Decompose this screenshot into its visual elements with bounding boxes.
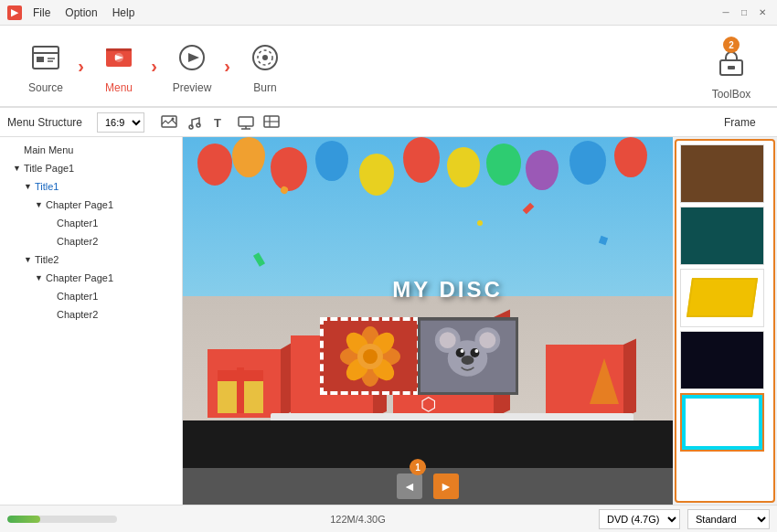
frame-grid: [676, 141, 773, 455]
source-icon-wrap: [26, 37, 66, 78]
title-bar: ▶ File Option Help ─ □ ✕: [0, 0, 777, 26]
sub-icon-group: T: [159, 112, 282, 133]
layout-icon[interactable]: [261, 112, 282, 133]
svg-point-12: [262, 55, 268, 60]
tree-node-text: Chapter1: [57, 291, 98, 302]
tree-node-title-page1[interactable]: ▼ Title Page1: [0, 159, 182, 177]
frame-yellow[interactable]: [680, 269, 764, 327]
tree-node-text: Chapter Page1: [46, 272, 113, 283]
gift-box: [218, 367, 263, 413]
menu-label: Menu: [105, 81, 133, 94]
toolbar-menu[interactable]: Menu ›: [82, 29, 155, 102]
settings-icon[interactable]: [236, 112, 256, 133]
left-panel: Main Menu ▼ Title Page1 ▼ Title1 ▼ Chapt…: [0, 137, 183, 505]
svg-point-42: [440, 332, 456, 348]
photo-frame-koala[interactable]: [418, 317, 518, 395]
main-content: Main Menu ▼ Title Page1 ▼ Title1 ▼ Chapt…: [0, 137, 777, 505]
tree-node-chapter-page1-a[interactable]: ▼ Chapter Page1: [0, 196, 182, 214]
menu-option[interactable]: Option: [65, 6, 97, 19]
svg-rect-2: [37, 57, 44, 62]
flower-photo: [324, 321, 417, 391]
image-icon[interactable]: [159, 112, 179, 133]
tree-node-text: Main Menu: [24, 144, 73, 155]
burn-icon-wrap: [245, 37, 285, 78]
nav-prev-button[interactable]: ◄: [397, 473, 422, 499]
tree-node-text: Title1: [35, 181, 59, 192]
svg-point-48: [475, 349, 479, 353]
koala-photo: [420, 320, 516, 392]
koala-svg: [420, 320, 516, 392]
right-panel: [675, 139, 775, 503]
title-bar-menu: File Option Help: [33, 6, 134, 19]
toolbox-badge: 2: [723, 37, 740, 53]
tree-node-title2[interactable]: ▼ Title2: [0, 250, 182, 269]
tree-node-main-menu[interactable]: Main Menu: [0, 141, 182, 159]
title-bar-controls: ─ □ ✕: [718, 5, 770, 20]
toggle-icon: ▼: [24, 182, 35, 191]
frame-brown[interactable]: [680, 144, 764, 203]
svg-point-38: [363, 349, 378, 364]
svg-point-17: [172, 117, 175, 120]
balloon-orange-1: [232, 137, 265, 177]
svg-point-18: [189, 125, 193, 129]
toolbar: Source › Menu › Preview ›: [0, 26, 777, 108]
gift-ribbon-v: [237, 367, 244, 413]
title-bar-left: ▶ File Option Help: [7, 5, 134, 20]
minimize-button[interactable]: ─: [718, 5, 733, 20]
tree-node-text: Chapter1: [57, 218, 98, 229]
frame-dark[interactable]: [680, 331, 764, 389]
frame-dark-preview: [681, 332, 763, 388]
music-icon[interactable]: [185, 112, 205, 133]
toolbar-source[interactable]: Source ›: [9, 29, 82, 102]
svg-rect-8: [106, 48, 132, 51]
toolbar-toolbox[interactable]: 2 ToolBox: [695, 29, 768, 102]
progress-bar-wrap: [7, 516, 117, 523]
balloon-red-4: [614, 137, 647, 177]
tree-node-text: Chapter2: [57, 236, 98, 247]
svg-text:T: T: [214, 116, 221, 130]
frame-yellow-inner: [687, 278, 758, 317]
frame-cyan[interactable]: [680, 393, 764, 452]
nav-next-button[interactable]: ►: [433, 473, 459, 499]
size-text: 122M/4.30G: [124, 514, 591, 525]
quality-select[interactable]: Standard High Quality Best Quality: [687, 509, 770, 529]
frame-label: Frame: [724, 116, 770, 129]
frame-yellow-preview: [681, 270, 763, 326]
toggle-icon: ▼: [24, 255, 35, 264]
maximize-button[interactable]: □: [737, 5, 751, 20]
tree-node-title1[interactable]: ▼ Title1: [0, 177, 182, 196]
toggle-icon: ▼: [35, 273, 46, 282]
aspect-ratio-select[interactable]: 16:9 4:3: [97, 112, 144, 133]
menu-file[interactable]: File: [33, 6, 50, 19]
toggle-icon: ▼: [35, 200, 46, 209]
tree-node-chapter2-a[interactable]: Chapter2: [0, 232, 182, 250]
status-bar: 122M/4.30G DVD (4.7G) DVD (8.5G) Blu-ray…: [0, 505, 777, 532]
disc-select[interactable]: DVD (4.7G) DVD (8.5G) Blu-ray 25G: [599, 509, 680, 529]
canvas-nav: 1 ◄ ►: [183, 468, 673, 505]
tree-node-chapter2-b[interactable]: Chapter2: [0, 305, 182, 324]
close-button[interactable]: ✕: [755, 5, 770, 20]
svg-point-46: [471, 348, 480, 357]
source-label: Source: [28, 81, 63, 94]
confetti-4: [477, 220, 483, 226]
frame-teal[interactable]: [680, 207, 764, 265]
svg-marker-10: [188, 53, 199, 62]
text-icon[interactable]: T: [210, 112, 230, 133]
photo-frame-flower[interactable]: [320, 317, 420, 395]
toolbar-preview[interactable]: Preview ›: [155, 29, 229, 102]
tree-node-chapter1-a[interactable]: Chapter1: [0, 214, 182, 232]
box-side: [623, 338, 636, 418]
tree-node-chapter-page1-b[interactable]: ▼ Chapter Page1: [0, 269, 182, 287]
svg-rect-21: [239, 117, 253, 126]
menu-help[interactable]: Help: [112, 6, 135, 19]
tree-node-text: Chapter2: [57, 309, 98, 320]
burn-label: Burn: [253, 81, 276, 94]
canvas-main[interactable]: MY DISC ⬡: [183, 137, 673, 468]
svg-point-47: [461, 349, 464, 353]
frame-brown-preview: [681, 145, 763, 202]
toolbar-burn[interactable]: Burn: [229, 29, 302, 102]
toolbox-label: ToolBox: [712, 88, 751, 101]
tree-node-chapter1-b[interactable]: Chapter1: [0, 287, 182, 305]
svg-point-45: [456, 348, 465, 357]
tree-node-text: Title Page1: [24, 163, 74, 174]
